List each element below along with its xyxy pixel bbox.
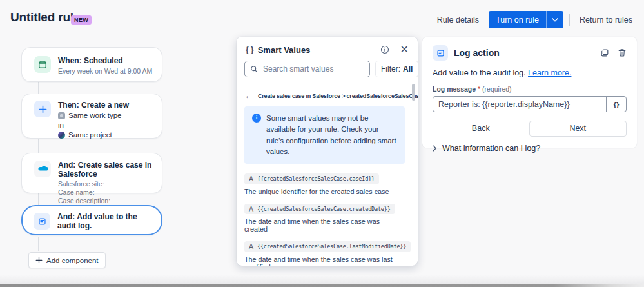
smart-value-desc: The date and time when the sales case wa… <box>244 255 405 266</box>
smart-value-code: {{createdSalesforceSalesCase.caseId}} <box>257 175 375 182</box>
log-action-icon <box>433 45 448 61</box>
then-project-label: Same project <box>68 130 112 140</box>
add-component-label: Add component <box>46 257 99 264</box>
smart-value-pill[interactable]: A {{createdSalesforceSalesCase.caseId}} <box>244 173 379 184</box>
action-card-audit-log-selected[interactable]: And: Add value to the audit log. <box>21 205 162 235</box>
smart-value-pill[interactable]: A {{createdSalesforceSalesCase.lastModif… <box>244 241 411 252</box>
availability-notice: i Some smart values may not be available… <box>244 106 405 164</box>
back-arrow-icon[interactable]: ← <box>244 92 253 100</box>
salesforce-title: And: Create sales case in Salesforce <box>58 161 153 179</box>
expander-label: What information can I log? <box>442 144 540 153</box>
new-badge: NEW <box>71 15 92 25</box>
salesforce-cloud-icon <box>34 161 51 177</box>
close-icon[interactable]: ✕ <box>400 45 409 55</box>
filter-label: Filter: <box>381 64 400 74</box>
required-asterisk: * <box>478 85 480 93</box>
salesforce-case-desc-label: Case description: <box>58 197 153 205</box>
smart-values-popup: { } Smart Values ✕ Filter: All ← Create … <box>237 37 418 266</box>
what-can-i-log-expander[interactable]: What information can I log? <box>433 144 627 153</box>
plus-icon <box>34 101 51 117</box>
notice-text: Some smart values may not be available f… <box>266 114 396 155</box>
plus-icon <box>35 257 43 264</box>
turn-on-rule-button[interactable]: Turn on rule <box>489 11 546 28</box>
braces-icon: { } <box>246 45 254 54</box>
chevron-down-icon <box>552 17 558 23</box>
list-item: A {{createdSalesforceSalesCase.lastModif… <box>244 240 405 266</box>
audit-title: And: Add value to the audit log. <box>57 212 152 230</box>
chevron-right-icon <box>433 145 437 152</box>
connector-line <box>38 237 39 251</box>
connector-line <box>38 82 39 94</box>
smart-value-code: {{createdSalesforceSalesCase.createdDate… <box>257 206 391 212</box>
connector-line <box>38 139 39 153</box>
header-divider <box>569 14 570 26</box>
info-filled-icon: i <box>252 114 261 123</box>
then-worktype-label: Same work type <box>68 111 121 121</box>
log-action-panel: Log action Add value to the audit log. L… <box>422 37 637 148</box>
info-icon[interactable] <box>380 45 389 54</box>
log-message-field-group: {} <box>433 96 627 112</box>
then-in-label: in <box>58 121 129 130</box>
taskbar-edge <box>0 284 644 287</box>
turn-on-rule-split-button: Turn on rule <box>489 11 563 28</box>
next-button[interactable]: Next <box>529 121 627 137</box>
smart-values-list: ← Create sales case in Salesforce > crea… <box>237 84 418 266</box>
then-title: Then: Create a new <box>58 101 129 110</box>
smart-value-code: {{createdSalesforceSalesCase.lastModifie… <box>257 243 406 250</box>
trigger-card-scheduled[interactable]: When: Scheduled Every week on Wed at 9:0… <box>21 47 162 82</box>
then-card-create-work-item[interactable]: Then: Create a new Same work type in Sam… <box>21 94 162 139</box>
turn-on-rule-dropdown[interactable] <box>546 11 563 28</box>
return-to-rules-button[interactable]: Return to rules <box>576 12 636 28</box>
list-item: A {{createdSalesforceSalesCase.caseId}} … <box>244 172 405 195</box>
smart-values-search[interactable] <box>244 61 370 77</box>
text-type-icon: A <box>249 175 253 183</box>
trigger-title: When: Scheduled <box>58 56 152 65</box>
log-message-input[interactable] <box>433 97 606 112</box>
log-action-title: Log action <box>454 48 594 58</box>
add-component-button[interactable]: Add component <box>28 252 106 268</box>
log-action-description: Add value to the audit log. <box>433 68 526 77</box>
header-actions: Rule details Turn on rule Return to rule… <box>433 11 636 28</box>
rule-details-button[interactable]: Rule details <box>433 12 483 28</box>
salesforce-site-label: Salesforce site: <box>58 180 153 188</box>
required-hint: (required) <box>482 85 512 93</box>
project-avatar-icon <box>58 132 65 139</box>
breadcrumb: Create sales case in Salesforce > create… <box>258 93 418 99</box>
text-type-icon: A <box>249 243 253 250</box>
search-icon <box>250 65 258 73</box>
list-item: A {{createdSalesforceSalesCase.createdDa… <box>244 203 405 233</box>
audit-log-icon <box>34 213 50 230</box>
smart-value-desc: The date and time when the sales case wa… <box>244 217 405 233</box>
calendar-icon <box>34 56 51 73</box>
search-input[interactable] <box>262 64 364 74</box>
smart-values-title: Smart Values <box>258 45 376 55</box>
smart-value-desc: The unique identifier for the created sa… <box>244 188 405 195</box>
trigger-subtitle: Every week on Wed at 9:00 AM <box>58 67 152 75</box>
scrollbar-thumb[interactable] <box>412 84 415 101</box>
filter-value: All <box>403 64 413 74</box>
salesforce-case-name-label: Case name: <box>58 188 153 197</box>
work-type-icon <box>58 112 65 119</box>
action-card-salesforce[interactable]: And: Create sales case in Salesforce Sal… <box>21 153 162 193</box>
page-title: Untitled rule <box>10 10 80 25</box>
smart-value-pill[interactable]: A {{createdSalesforceSalesCase.createdDa… <box>244 204 395 215</box>
bottom-fade <box>0 275 644 284</box>
log-message-label: Log message <box>433 85 476 93</box>
insert-smart-value-button[interactable]: {} <box>606 97 626 112</box>
duplicate-icon[interactable] <box>600 48 609 57</box>
text-type-icon: A <box>249 206 253 213</box>
learn-more-link[interactable]: Learn more. <box>528 68 571 77</box>
filter-dropdown[interactable]: Filter: All <box>375 61 418 77</box>
delete-icon[interactable] <box>618 48 627 57</box>
back-button[interactable]: Back <box>433 121 529 137</box>
